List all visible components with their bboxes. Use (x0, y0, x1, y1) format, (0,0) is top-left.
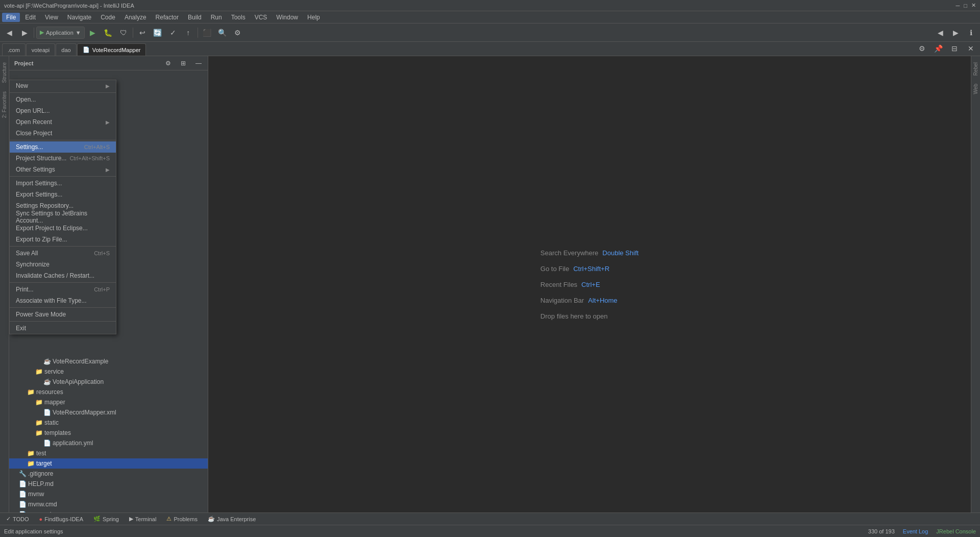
menu-item-powersave[interactable]: Power Save Mode (10, 309, 116, 320)
menu-run[interactable]: Run (207, 13, 226, 22)
rebel-label[interactable]: Rebel (972, 60, 979, 78)
jrebel-info-btn[interactable]: ℹ (964, 26, 978, 40)
commit-btn[interactable]: ✓ (166, 26, 180, 40)
tab-dao[interactable]: dao (56, 43, 76, 56)
menu-item-openrecent-arrow: ▶ (106, 119, 110, 125)
tree-item-helpmd[interactable]: 📄 HELP.md (9, 479, 208, 489)
menu-item-saveall[interactable]: Save All Ctrl+S (10, 248, 116, 259)
tab-spring[interactable]: 🌿 Spring (89, 515, 123, 523)
web-label[interactable]: Web (972, 82, 979, 96)
tree-label: mvnw.cmd (28, 501, 57, 508)
tab-com[interactable]: .com (2, 43, 26, 56)
forward-btn[interactable]: ▶ (17, 26, 32, 40)
tab-voteapi[interactable]: voteapi (26, 43, 55, 56)
menu-item-projectstructure[interactable]: Project Structure... Ctrl+Alt+Shift+S (10, 153, 116, 164)
tree-item-test[interactable]: 📁 test (9, 448, 208, 458)
tree-item-static[interactable]: 📁 static (9, 418, 208, 428)
menu-item-new[interactable]: New ▶ (10, 80, 116, 91)
maximize-btn[interactable]: □ (964, 3, 967, 9)
menu-item-print-shortcut: Ctrl+P (94, 286, 110, 292)
menu-item-print[interactable]: Print... Ctrl+P (10, 284, 116, 295)
tab-javaenterprise[interactable]: ☕ Java Enterprise (204, 515, 260, 523)
menu-item-exportsettings[interactable]: Export Settings... (10, 189, 116, 200)
favorites-label[interactable]: 2: Favorites (1, 89, 8, 120)
menu-item-exit[interactable]: Exit (10, 323, 116, 334)
tree-item-mvnwcmd[interactable]: 📄 mvnw.cmd (9, 499, 208, 509)
menu-window[interactable]: Window (272, 13, 302, 22)
menu-item-associatefile[interactable]: Associate with File Type... (10, 295, 116, 306)
menu-item-exporteclipse[interactable]: Export Project to Eclipse... (10, 223, 116, 234)
tab-terminal[interactable]: ▶ Terminal (125, 515, 161, 523)
run-btn[interactable]: ▶ (86, 26, 100, 40)
menu-navigate[interactable]: Navigate (63, 13, 95, 22)
menu-item-openrecent[interactable]: Open Recent ▶ (10, 116, 116, 128)
layout-icon[interactable]: ⊞ (176, 56, 190, 70)
event-log-btn[interactable]: Event Log (903, 528, 928, 534)
menu-item-synchronize[interactable]: Synchronize (10, 259, 116, 270)
menu-item-open[interactable]: Open... (10, 94, 116, 105)
menu-analyze[interactable]: Analyze (120, 13, 151, 22)
menu-item-settings[interactable]: Settings... Ctrl+Alt+S (10, 141, 116, 153)
tree-item-mapper[interactable]: 📁 mapper (9, 397, 208, 407)
tree-item-voteapiapp[interactable]: ☕ VoteApiApplication (9, 377, 208, 387)
coverage-btn[interactable]: 🛡 (116, 26, 131, 40)
menu-refactor[interactable]: Refactor (152, 13, 183, 22)
menu-item-openurl[interactable]: Open URL... (10, 105, 116, 116)
back-btn[interactable]: ◀ (2, 26, 16, 40)
tree-item-mvnw[interactable]: 📄 mvnw (9, 489, 208, 499)
debug-btn[interactable]: 🐛 (101, 26, 115, 40)
menu-file[interactable]: File (2, 13, 20, 22)
menu-item-invalidate[interactable]: Invalidate Caches / Restart... (10, 270, 116, 281)
tree-item-voterecordexample[interactable]: ☕ VoteRecordExample (9, 356, 208, 367)
menu-item-sync[interactable]: Sync Settings to JetBrains Account... (10, 211, 116, 223)
tree-item-votemapperxml[interactable]: 📄 VoteRecordMapper.xml (9, 407, 208, 418)
menu-item-exportzip[interactable]: Export to Zip File... (10, 234, 116, 245)
right-sidebar-icons: Rebel Web (971, 56, 980, 512)
push-btn[interactable]: ↑ (181, 26, 195, 40)
tree-item-templates[interactable]: 📁 templates (9, 428, 208, 438)
minimize-btn[interactable]: ─ (956, 3, 960, 9)
tree-item-applicationyml[interactable]: 📄 application.yml (9, 438, 208, 448)
run-config-dropdown[interactable]: ▶ Application ▼ (36, 27, 85, 39)
search-btn[interactable]: 🔍 (215, 26, 230, 40)
tab-findbugs[interactable]: ● FindBugs-IDEA (35, 515, 87, 523)
menu-item-exporteclipse-label: Export Project to Eclipse... (16, 225, 88, 232)
menu-vcs[interactable]: VCS (251, 13, 272, 22)
pin-btn[interactable]: 📌 (931, 41, 945, 56)
menu-view[interactable]: View (41, 13, 62, 22)
close-btn[interactable]: ✕ (971, 2, 976, 9)
menu-help[interactable]: Help (303, 13, 324, 22)
tab-votemapper[interactable]: 📄 VoteRecordMapper (77, 43, 146, 56)
menu-code[interactable]: Code (96, 13, 119, 22)
close-editor-btn[interactable]: ✕ (964, 41, 978, 56)
title-text: vote-api [F:\WeChatProgram\vote-api] - I… (4, 3, 134, 9)
tree-item-target[interactable]: 📁 target (9, 458, 208, 469)
tree-item-gitignore[interactable]: 🔧 .gitignore (9, 469, 208, 479)
settings-inline-btn[interactable]: ⚙ (915, 41, 929, 56)
menu-build[interactable]: Build (184, 13, 206, 22)
menu-edit[interactable]: Edit (21, 13, 40, 22)
tree-item-pomxml[interactable]: 📄 pom.xml (9, 509, 208, 512)
tree-item-resources[interactable]: 📁 resources (9, 387, 208, 397)
jrebel-console-btn[interactable]: JRebel Console (936, 528, 976, 534)
prev-change-btn[interactable]: ◀ (933, 26, 947, 40)
folder-icon: 📁 (27, 388, 35, 396)
gear-icon[interactable]: ⚙ (161, 56, 175, 70)
java-icon: ☕ (43, 378, 51, 385)
settings-btn[interactable]: ⚙ (231, 26, 245, 40)
line-col-indicator: 330 of 193 (868, 528, 895, 534)
menu-tools[interactable]: Tools (227, 13, 250, 22)
revert-btn[interactable]: ↩ (135, 26, 150, 40)
terminal-btn[interactable]: ⬛ (200, 26, 214, 40)
layout-btn[interactable]: ⊟ (947, 41, 962, 56)
tab-problems[interactable]: ⚠ Problems (162, 515, 201, 523)
tab-todo[interactable]: ✓ TODO (2, 515, 33, 523)
collapse-icon[interactable]: — (191, 56, 206, 70)
menu-item-importsettings[interactable]: Import Settings... (10, 178, 116, 189)
next-change-btn[interactable]: ▶ (948, 26, 963, 40)
update-btn[interactable]: 🔄 (151, 26, 165, 40)
structure-label[interactable]: Structure (1, 60, 8, 85)
menu-item-closeproject[interactable]: Close Project (10, 128, 116, 139)
tree-item-service[interactable]: 📁 service (9, 367, 208, 377)
menu-item-othersettings[interactable]: Other Settings ▶ (10, 164, 116, 175)
